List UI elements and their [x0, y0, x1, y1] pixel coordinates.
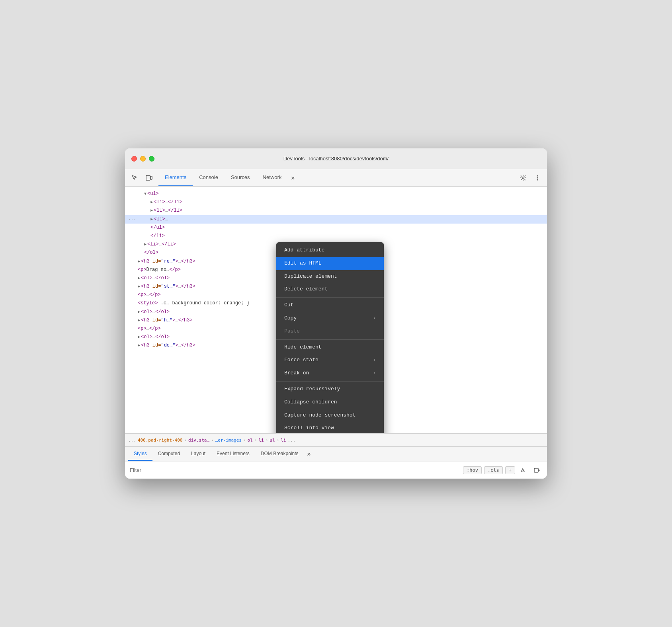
- ctx-scroll[interactable]: Scroll into view: [276, 422, 384, 433]
- toolbar-right: [517, 171, 544, 184]
- new-style-rule-button[interactable]: +: [505, 466, 515, 474]
- filter-buttons: :hov .cls +: [463, 465, 542, 476]
- break-on-arrow-icon: ›: [373, 370, 376, 377]
- traffic-lights: [131, 156, 154, 162]
- toolbar-tabs: Elements Console Sources Network »: [158, 169, 515, 186]
- ctx-hide[interactable]: Hide element: [276, 341, 384, 354]
- breadcrumb-item-2[interactable]: …er-images: [215, 438, 242, 443]
- devtools-window: DevTools - localhost:8080/docs/devtools/…: [125, 148, 547, 479]
- tab-elements[interactable]: Elements: [158, 169, 193, 186]
- tab-event-listeners[interactable]: Event Listeners: [211, 447, 255, 461]
- more-bottom-tabs-button[interactable]: »: [304, 450, 314, 458]
- ctx-edit-html[interactable]: Edit as HTML: [276, 257, 384, 270]
- svg-point-4: [537, 177, 538, 178]
- svg-rect-6: [534, 468, 538, 472]
- paint-icon[interactable]: [518, 465, 529, 476]
- bottom-tabs: Styles Computed Layout Event Listeners D…: [125, 447, 547, 461]
- breadcrumb-item-3[interactable]: ol: [248, 438, 253, 443]
- svg-rect-1: [150, 176, 152, 179]
- ctx-add-attribute[interactable]: Add attribute: [276, 244, 384, 257]
- breadcrumb-dots-end[interactable]: ...: [287, 438, 295, 443]
- breadcrumb-bar: ... 400.pad-right-400 › div.sta… › …er-i…: [125, 433, 547, 447]
- inspect-icon[interactable]: [128, 171, 141, 184]
- titlebar: DevTools - localhost:8080/docs/devtools/…: [125, 148, 547, 169]
- breadcrumb-item-5[interactable]: ul: [270, 438, 275, 443]
- filter-bar: :hov .cls +: [125, 461, 547, 479]
- ctx-force-state[interactable]: Force state ›: [276, 354, 384, 367]
- filter-input[interactable]: [130, 467, 460, 473]
- tab-styles[interactable]: Styles: [128, 447, 152, 461]
- svg-rect-0: [146, 175, 150, 180]
- dom-line[interactable]: ►<li>…</li>: [125, 198, 547, 206]
- close-button[interactable]: [131, 156, 137, 162]
- settings-icon[interactable]: [517, 171, 529, 184]
- maximize-button[interactable]: [149, 156, 154, 162]
- tab-computed[interactable]: Computed: [152, 447, 186, 461]
- ctx-copy[interactable]: Copy ›: [276, 312, 384, 325]
- dom-line-selected[interactable]: ... ►<li>…: [125, 215, 547, 224]
- breadcrumb-item-4[interactable]: li: [258, 438, 264, 443]
- ctx-delete[interactable]: Delete element: [276, 283, 384, 296]
- context-menu: Add attribute Edit as HTML Duplicate ele…: [276, 242, 384, 433]
- device-icon[interactable]: [143, 171, 155, 184]
- dom-line[interactable]: </li>: [125, 232, 547, 240]
- more-tabs-button[interactable]: »: [288, 174, 298, 181]
- ctx-expand[interactable]: Expand recursively: [276, 383, 384, 396]
- breadcrumb-dots-start[interactable]: ...: [128, 438, 136, 443]
- tab-network[interactable]: Network: [256, 169, 288, 186]
- ctx-break-on[interactable]: Break on ›: [276, 367, 384, 380]
- ctx-sep-1: [276, 297, 384, 298]
- ctx-duplicate[interactable]: Duplicate element: [276, 270, 384, 283]
- elements-panel: ▼<ul> ►<li>…</li> ►<li>…</li> ... ►<li>……: [125, 187, 547, 433]
- arrow-icon[interactable]: [531, 465, 542, 476]
- dom-line[interactable]: ►<li>…</li>: [125, 206, 547, 215]
- ctx-capture[interactable]: Capture node screenshot: [276, 409, 384, 422]
- ctx-sep-2: [276, 339, 384, 340]
- copy-arrow-icon: ›: [373, 315, 376, 321]
- window-title: DevTools - localhost:8080/docs/devtools/…: [283, 156, 389, 162]
- tab-console[interactable]: Console: [193, 169, 225, 186]
- dots-indicator: ...: [128, 216, 136, 223]
- ctx-paste: Paste: [276, 325, 384, 338]
- breadcrumb-item-0[interactable]: 400.pad-right-400: [138, 438, 183, 443]
- ctx-collapse[interactable]: Collapse children: [276, 396, 384, 409]
- tab-layout[interactable]: Layout: [186, 447, 211, 461]
- ctx-sep-3: [276, 381, 384, 382]
- cls-button[interactable]: .cls: [484, 466, 503, 474]
- dom-line[interactable]: </ul>: [125, 224, 547, 232]
- svg-point-5: [537, 179, 538, 180]
- force-state-arrow-icon: ›: [373, 357, 376, 364]
- toolbar: Elements Console Sources Network »: [125, 169, 547, 187]
- minimize-button[interactable]: [140, 156, 146, 162]
- svg-point-2: [522, 177, 524, 179]
- breadcrumb-item-6[interactable]: li: [281, 438, 286, 443]
- tab-dom-breakpoints[interactable]: DOM Breakpoints: [255, 447, 304, 461]
- more-options-icon[interactable]: [531, 171, 544, 184]
- tab-sources[interactable]: Sources: [225, 169, 256, 186]
- hov-button[interactable]: :hov: [463, 466, 482, 474]
- ctx-cut[interactable]: Cut: [276, 299, 384, 312]
- breadcrumb-item-1[interactable]: div.sta…: [188, 438, 209, 443]
- svg-point-3: [537, 175, 538, 176]
- dom-line[interactable]: ▼<ul>: [125, 190, 547, 198]
